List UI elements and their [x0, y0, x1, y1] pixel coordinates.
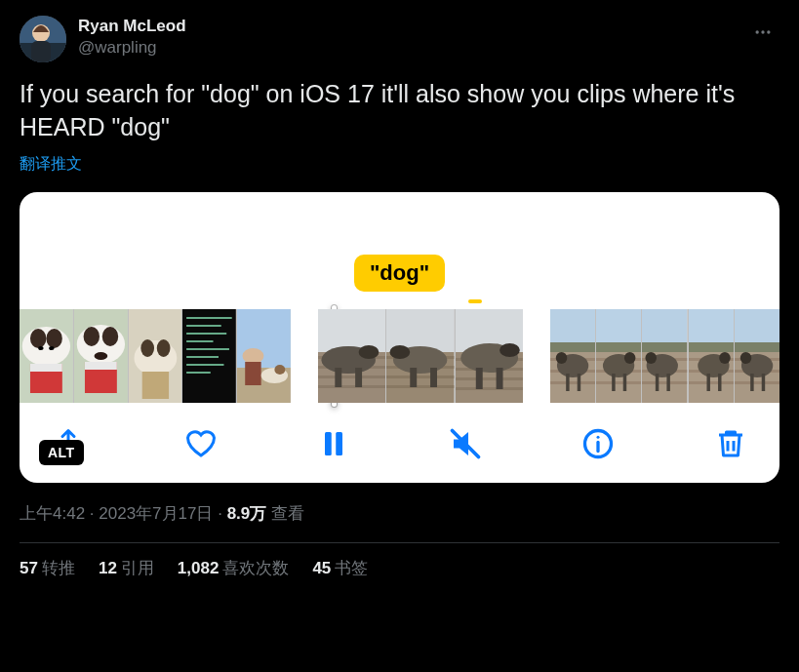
- stat-bookmarks[interactable]: 45书签: [312, 557, 368, 579]
- pause-icon: [316, 426, 351, 461]
- svg-rect-82: [578, 374, 580, 391]
- timeline-frame: [236, 309, 291, 403]
- svg-rect-28: [187, 317, 233, 319]
- svg-rect-68: [456, 387, 523, 390]
- svg-rect-57: [386, 376, 454, 378]
- svg-rect-34: [187, 364, 224, 366]
- svg-rect-101: [656, 374, 659, 391]
- svg-point-80: [556, 352, 568, 364]
- tweet-date[interactable]: 2023年7月17日: [99, 504, 213, 523]
- svg-rect-58: [386, 385, 454, 388]
- svg-point-6: [767, 30, 770, 33]
- svg-rect-51: [335, 368, 341, 387]
- delete-button[interactable]: [709, 422, 752, 465]
- svg-point-5: [761, 30, 764, 33]
- svg-rect-42: [318, 309, 385, 352]
- svg-rect-53: [386, 309, 454, 352]
- tweet-meta: 上午4:42 · 2023年7月17日 · 8.9万 查看: [20, 502, 779, 525]
- stat-retweets[interactable]: 57转推: [20, 557, 75, 579]
- author-names: Ryan McLeod @warpling: [78, 16, 746, 59]
- svg-rect-62: [430, 368, 437, 387]
- svg-rect-72: [496, 368, 502, 389]
- svg-rect-104: [689, 342, 734, 352]
- alt-badge[interactable]: ALT: [39, 440, 84, 465]
- svg-rect-83: [596, 309, 641, 342]
- svg-rect-94: [642, 342, 687, 352]
- timeline-frame: [20, 309, 73, 403]
- svg-rect-118: [735, 381, 779, 384]
- svg-point-110: [719, 352, 731, 364]
- handle[interactable]: @warpling: [78, 37, 746, 59]
- clip-group-2[interactable]: [318, 309, 523, 403]
- svg-point-38: [243, 348, 264, 364]
- svg-point-24: [140, 339, 154, 357]
- svg-rect-52: [355, 368, 362, 387]
- translate-link[interactable]: 翻译推文: [20, 154, 779, 175]
- svg-rect-39: [245, 362, 260, 385]
- svg-rect-33: [187, 356, 220, 358]
- svg-rect-29: [187, 325, 222, 327]
- svg-point-23: [134, 340, 177, 376]
- svg-rect-88: [596, 381, 641, 384]
- svg-rect-111: [706, 374, 709, 391]
- pause-button[interactable]: [312, 422, 355, 465]
- svg-rect-35: [187, 372, 212, 374]
- timeline-frame: [318, 309, 385, 403]
- timeline-frame: [595, 309, 641, 403]
- divider: [20, 542, 779, 543]
- media-card[interactable]: "dog": [20, 192, 779, 483]
- timeline-frame: [455, 309, 523, 403]
- svg-rect-14: [30, 364, 62, 372]
- svg-rect-67: [456, 377, 523, 380]
- svg-rect-32: [187, 348, 230, 350]
- svg-point-18: [102, 327, 118, 346]
- svg-rect-47: [318, 385, 385, 388]
- tweet-header: Ryan McLeod @warpling: [20, 16, 779, 62]
- more-button[interactable]: [746, 16, 779, 49]
- svg-rect-93: [642, 309, 687, 342]
- heart-icon: [183, 426, 219, 461]
- svg-rect-71: [475, 368, 482, 389]
- timeline-frame: [550, 309, 595, 403]
- trash-icon: [713, 426, 748, 461]
- svg-rect-46: [318, 376, 385, 378]
- svg-rect-74: [550, 342, 595, 352]
- clip-group-3[interactable]: [550, 309, 779, 403]
- svg-rect-73: [550, 309, 595, 342]
- svg-rect-103: [689, 309, 734, 342]
- timeline-frame: [181, 309, 236, 403]
- search-hit-marker: [468, 299, 482, 303]
- video-timeline[interactable]: [20, 309, 779, 403]
- stat-likes[interactable]: 1,082喜欢次数: [178, 557, 290, 579]
- like-button[interactable]: [180, 422, 222, 465]
- svg-point-128: [597, 435, 600, 438]
- svg-point-90: [624, 352, 636, 364]
- tweet-text: If you search for "dog" on iOS 17 it'll …: [20, 78, 779, 144]
- caption-pill: "dog": [354, 255, 445, 292]
- tweet-time[interactable]: 上午4:42: [20, 504, 85, 523]
- timeline-frame: [688, 309, 734, 403]
- speaker-muted-icon: [448, 426, 483, 461]
- svg-rect-122: [762, 374, 765, 391]
- info-button[interactable]: [577, 422, 619, 465]
- svg-rect-108: [689, 381, 734, 384]
- views-count: 8.9万: [227, 504, 267, 523]
- stat-quotes[interactable]: 12引用: [99, 557, 154, 579]
- svg-point-100: [646, 352, 658, 364]
- avatar[interactable]: [20, 16, 66, 62]
- svg-rect-91: [612, 374, 615, 391]
- info-icon: [580, 426, 616, 461]
- svg-rect-30: [187, 333, 227, 335]
- svg-rect-31: [187, 340, 214, 342]
- svg-point-41: [275, 365, 286, 375]
- svg-rect-84: [596, 342, 641, 352]
- mute-button[interactable]: [444, 422, 487, 465]
- clip-group-1[interactable]: [20, 309, 291, 403]
- svg-rect-26: [141, 372, 168, 399]
- display-name[interactable]: Ryan McLeod: [78, 16, 746, 37]
- media-toolbar: [20, 422, 779, 465]
- svg-rect-102: [667, 374, 670, 391]
- svg-rect-124: [336, 432, 342, 455]
- svg-point-60: [390, 345, 411, 359]
- timeline-frame: [734, 309, 779, 403]
